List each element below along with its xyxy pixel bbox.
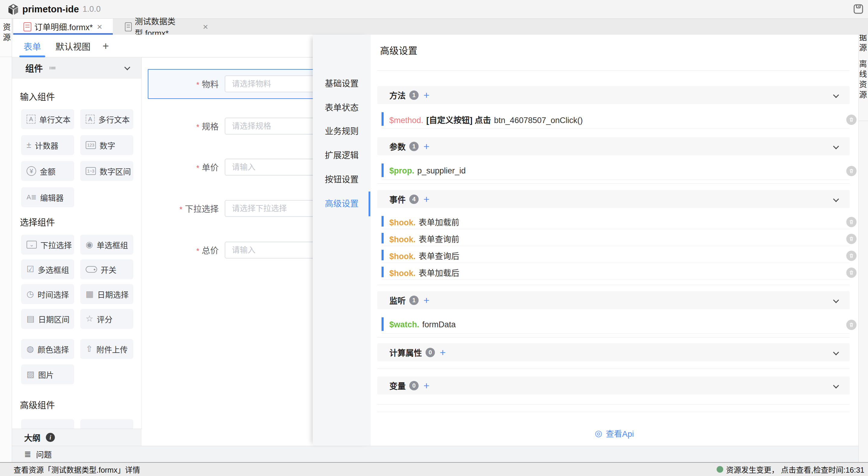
view-tab-label: 默认视图 xyxy=(56,40,91,53)
delete-icon[interactable] xyxy=(846,217,857,227)
menu-form-state[interactable]: 表单状态 xyxy=(313,100,370,114)
delete-icon[interactable] xyxy=(846,234,857,244)
resources-strip-item[interactable]: 资源 xyxy=(0,23,12,43)
amount-icon: ¥ xyxy=(27,166,36,176)
component-time-picker[interactable]: ◷ 时间选择 xyxy=(21,284,74,304)
component-advanced-stub[interactable] xyxy=(80,419,133,429)
problems-label: 问题 xyxy=(36,449,52,460)
count-badge: 4 xyxy=(409,195,418,204)
panel-menu-icon[interactable]: ≔ xyxy=(49,64,56,72)
image-icon: ▨ xyxy=(27,370,34,379)
menu-extension-logic[interactable]: 扩展逻辑 xyxy=(313,148,370,161)
row-accent-bar xyxy=(381,112,384,126)
rating-icon: ☆ xyxy=(86,315,93,323)
tab-form-view[interactable]: 表单 xyxy=(19,35,45,57)
chevron-down-icon[interactable] xyxy=(833,383,839,389)
component-color-picker[interactable]: ◍ 颜色选择 xyxy=(21,339,74,359)
add-icon[interactable]: + xyxy=(424,194,430,204)
app-logo-icon xyxy=(7,3,19,16)
component-panel-header[interactable]: 组件 ≔ xyxy=(12,57,142,79)
component-attachment-upload[interactable]: ⇧ 附件上传 xyxy=(80,339,133,359)
hook-row[interactable]: $hook.表单查询后 xyxy=(381,248,849,263)
status-right-text: 资源发生变更， 点击查看,检查时间:16:31 xyxy=(726,464,864,475)
component-number-range[interactable]: 1~3 数字区间 xyxy=(80,161,133,181)
hook-row[interactable]: $hook.表单加载后 xyxy=(381,265,849,280)
section-methods[interactable]: 方法 1 + xyxy=(377,86,849,104)
add-view-button[interactable]: + xyxy=(102,35,109,57)
status-left-text[interactable]: 查看资源「测试数据类型.formx」详情 xyxy=(13,464,140,475)
chevron-down-icon[interactable] xyxy=(833,92,839,98)
watch-prefix: $watch. xyxy=(390,320,419,329)
add-icon[interactable]: + xyxy=(440,347,446,357)
component-editor[interactable]: A≣ 编辑器 xyxy=(21,187,74,207)
component-single-line-text[interactable]: A 单行文本 xyxy=(21,109,74,129)
method-row[interactable]: $method.[自定义按钮] 点击btn_46078507_onClick() xyxy=(381,111,849,128)
status-right[interactable]: 资源发生变更， 点击查看,检查时间:16:31 xyxy=(717,464,864,475)
field-label: *单价 xyxy=(148,161,219,173)
field-label: *物料 xyxy=(148,78,219,90)
info-icon[interactable]: i xyxy=(46,433,55,442)
delete-icon[interactable] xyxy=(846,268,857,278)
delete-icon[interactable] xyxy=(846,166,857,176)
right-activity-strip: 数据源 离线资源 xyxy=(858,19,868,462)
tab-default-view[interactable]: 默认视图 xyxy=(51,35,95,57)
offline-resources-strip-item[interactable]: 离线资源 xyxy=(859,60,868,101)
component-image[interactable]: ▨ 图片 xyxy=(21,364,74,384)
required-asterisk: * xyxy=(180,205,183,214)
param-row[interactable]: $prop.p_supplier_id xyxy=(381,162,849,180)
menu-button-settings[interactable]: 按钮设置 xyxy=(313,172,370,185)
tab-test-datatypes-formx[interactable]: 测试数据类型.formx* × xyxy=(118,19,208,35)
add-icon[interactable]: + xyxy=(424,295,430,305)
menu-business-rules[interactable]: 业务规则 xyxy=(313,124,370,137)
component-checkbox-group[interactable]: ☑ 多选框组 xyxy=(21,260,74,279)
tab-order-detail-formx[interactable]: 订单明细.formx* × xyxy=(13,19,113,35)
component-counter[interactable]: ± 计数器 xyxy=(21,135,74,155)
component-rating[interactable]: ☆ 评分 xyxy=(80,309,133,329)
component-switch[interactable]: ● 开关 xyxy=(80,260,133,279)
chevron-down-icon[interactable] xyxy=(124,64,130,70)
section-variables[interactable]: 变量 0 + xyxy=(377,377,849,394)
section-params[interactable]: 参数 1 + xyxy=(377,137,849,155)
menu-basic-settings[interactable]: 基础设置 xyxy=(313,76,370,90)
divider xyxy=(377,412,849,412)
chevron-down-icon[interactable] xyxy=(833,349,839,355)
component-amount[interactable]: ¥ 金额 xyxy=(21,161,74,181)
primeton-ide-window: primeton-ide 1.0.0 资源 数据源 离线资源 订单明细.form… xyxy=(0,0,868,476)
close-icon[interactable]: × xyxy=(203,22,208,31)
menu-advanced-settings[interactable]: 高级设置 xyxy=(313,197,370,210)
component-number[interactable]: 123 数字 xyxy=(80,135,133,155)
chevron-down-icon[interactable] xyxy=(833,196,839,202)
add-icon[interactable]: + xyxy=(424,380,430,391)
component-radio-group[interactable]: ◉ 单选框组 xyxy=(80,235,133,255)
hook-prefix: $hook. xyxy=(390,218,415,227)
hook-prefix: $hook. xyxy=(390,269,415,278)
delete-icon[interactable] xyxy=(846,115,857,125)
save-icon[interactable] xyxy=(853,4,864,14)
chevron-down-icon[interactable] xyxy=(833,143,839,149)
editor-icon: A≣ xyxy=(27,194,36,201)
section-watchers[interactable]: 监听 1 + xyxy=(377,291,849,309)
component-date-range[interactable]: ▤ 日期区间 xyxy=(21,309,74,329)
component-multi-line-text[interactable]: A 多行文本 xyxy=(80,109,133,129)
watch-row[interactable]: $watch.formData xyxy=(381,316,849,334)
chevron-down-icon[interactable] xyxy=(833,297,839,303)
section-events[interactable]: 事件 4 + xyxy=(377,190,849,208)
required-asterisk: * xyxy=(196,163,199,173)
delete-icon[interactable] xyxy=(846,251,857,261)
component-date-picker[interactable]: ▦ 日期选择 xyxy=(80,284,133,304)
hook-row[interactable]: $hook.表单加载前 xyxy=(381,215,849,229)
component-dropdown-select[interactable]: ⌄ 下拉选择 xyxy=(21,235,74,255)
problems-bar[interactable]: ≣ 问题 xyxy=(12,446,858,462)
outline-bar[interactable]: 大纲 i xyxy=(12,429,142,446)
view-api-link[interactable]: ◎ 查看Api xyxy=(370,427,858,439)
delete-icon[interactable] xyxy=(846,320,857,330)
close-icon[interactable]: × xyxy=(97,22,102,31)
add-icon[interactable]: + xyxy=(424,141,430,151)
component-advanced-stub[interactable] xyxy=(21,419,74,429)
count-badge: 1 xyxy=(409,90,418,100)
section-computed[interactable]: 计算属性 0 + xyxy=(377,343,849,361)
number-icon: 123 xyxy=(86,141,96,149)
add-icon[interactable]: + xyxy=(424,90,430,100)
hook-row[interactable]: $hook.表单查询前 xyxy=(381,232,849,246)
divider xyxy=(377,70,849,70)
